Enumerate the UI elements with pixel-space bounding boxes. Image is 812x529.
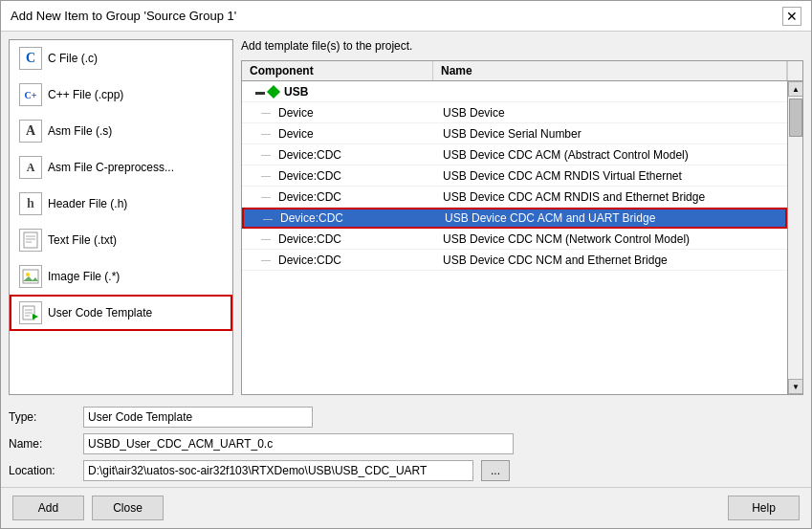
asm-preprocess-label: Asm File C-preprocess... — [48, 161, 174, 174]
name-label: Name: — [9, 437, 76, 451]
close-icon-button[interactable]: ✕ — [782, 7, 801, 26]
scroll-up-button[interactable]: ▲ — [788, 81, 802, 97]
sidebar-item-cpp-file[interactable]: C+ C++ File (.cpp) — [10, 77, 232, 113]
component-cell: Device:CDC — [276, 209, 439, 227]
browse-button[interactable]: ... — [481, 460, 510, 481]
svg-rect-0 — [24, 232, 37, 248]
user-code-template-icon — [19, 301, 42, 324]
text-file-label: Text File (.txt) — [48, 233, 117, 247]
scrollbar-header-spacer — [787, 61, 802, 80]
image-file-icon — [19, 265, 42, 288]
scroll-down-button[interactable]: ▼ — [788, 379, 802, 394]
dash-icon: — — [261, 149, 271, 160]
name-cell: USB Device CDC NCM and Ethernet Bridge — [437, 252, 787, 269]
component-cell: Device:CDC — [274, 188, 437, 206]
table-row-selected[interactable]: — Device:CDC USB Device CDC ACM and UART… — [242, 208, 787, 229]
sidebar-item-header-file[interactable]: h Header File (.h) — [10, 186, 232, 222]
add-new-item-dialog: Add New Item to Group 'Source Group 1' ✕… — [0, 0, 812, 529]
asm-preprocess-icon: A — [19, 156, 42, 179]
name-cell: USB Device CDC ACM RNDIS Virtual Etherne… — [437, 167, 787, 185]
sidebar-item-asm-preprocess[interactable]: A Asm File C-preprocess... — [10, 149, 232, 186]
sidebar-item-user-code-template[interactable]: User Code Template — [10, 295, 232, 331]
type-label: Type: — [9, 410, 76, 424]
type-input[interactable] — [83, 407, 313, 428]
usb-diamond-icon — [267, 84, 280, 98]
component-cell: Device:CDC — [274, 146, 437, 164]
content-area: C C File (.c) C+ C++ File (.cpp) A Asm F… — [1, 32, 811, 403]
svg-marker-11 — [33, 314, 38, 320]
dash-icon: — — [261, 191, 271, 202]
table-row[interactable]: — Device USB Device Serial Number — [242, 123, 787, 144]
name-input[interactable] — [83, 433, 514, 454]
table-body-container: ▬ USB — Device USB Device — [242, 81, 802, 394]
dialog-title: Add New Item to Group 'Source Group 1' — [11, 9, 236, 23]
table-body: ▬ USB — Device USB Device — [242, 81, 787, 394]
component-cell: Device:CDC — [274, 252, 437, 269]
dash-icon: — — [263, 213, 273, 224]
right-panel: Add template file(s) to the project. Com… — [241, 39, 803, 395]
title-bar: Add New Item to Group 'Source Group 1' ✕ — [1, 1, 811, 32]
table-row[interactable]: — Device:CDC USB Device CDC NCM and Ethe… — [242, 250, 787, 271]
name-cell: USB Device CDC ACM RNDIS and Ethernet Br… — [437, 188, 787, 206]
dash-icon: — — [261, 254, 271, 265]
cpp-file-label: C++ File (.cpp) — [48, 88, 123, 101]
name-cell: USB Device — [437, 104, 787, 121]
name-cell: USB Device CDC ACM and UART Bridge — [439, 209, 785, 227]
usb-toggle-icon[interactable]: ▬ — [255, 86, 265, 97]
header-file-icon: h — [19, 192, 42, 215]
footer-close-button[interactable]: Close — [92, 496, 164, 520]
component-cell: Device:CDC — [274, 231, 437, 248]
dash-icon: — — [261, 128, 271, 139]
table-row[interactable]: — Device USB Device — [242, 102, 787, 123]
user-code-template-label: User Code Template — [48, 306, 152, 320]
footer-left-buttons: Add Close — [12, 496, 164, 520]
asm-file-icon: A — [19, 120, 42, 143]
table-row[interactable]: — Device:CDC USB Device CDC ACM (Abstrac… — [242, 144, 787, 165]
component-cell: Device — [274, 125, 437, 143]
name-cell: USB Device Serial Number — [437, 125, 787, 143]
name-field-row: Name: — [9, 433, 803, 454]
component-header: Component — [242, 61, 433, 80]
location-input[interactable] — [83, 460, 473, 481]
sidebar-item-text-file[interactable]: Text File (.txt) — [10, 222, 232, 258]
usb-parent-row[interactable]: ▬ USB — [242, 81, 787, 102]
component-table: Component Name ▬ USB — [241, 60, 803, 395]
add-button[interactable]: Add — [12, 496, 84, 520]
location-label: Location: — [9, 464, 76, 477]
instruction-text: Add template file(s) to the project. — [241, 39, 803, 53]
location-field-row: Location: ... — [9, 460, 803, 481]
footer-right-buttons: Help — [728, 496, 800, 520]
dash-icon: — — [261, 107, 271, 118]
name-header: Name — [433, 61, 787, 80]
help-button[interactable]: Help — [728, 496, 800, 520]
scrollbar-thumb[interactable] — [789, 99, 802, 137]
sidebar-item-c-file[interactable]: C C File (.c) — [10, 40, 232, 77]
component-cell: Device:CDC — [274, 167, 437, 185]
dash-icon: — — [261, 170, 271, 181]
c-file-label: C File (.c) — [48, 52, 98, 65]
sidebar-item-image-file[interactable]: Image File (.*) — [10, 258, 232, 295]
scrollbar[interactable]: ▲ ▼ — [787, 81, 802, 394]
type-field-row: Type: — [9, 407, 803, 428]
cpp-file-icon: C+ — [19, 83, 42, 106]
left-panel: C C File (.c) C+ C++ File (.cpp) A Asm F… — [9, 39, 233, 395]
image-file-label: Image File (.*) — [48, 270, 120, 283]
table-row[interactable]: — Device:CDC USB Device CDC NCM (Network… — [242, 229, 787, 250]
name-cell: USB Device CDC NCM (Network Control Mode… — [437, 231, 787, 248]
table-row[interactable]: — Device:CDC USB Device CDC ACM RNDIS Vi… — [242, 165, 787, 187]
dash-icon: — — [261, 233, 271, 244]
header-file-label: Header File (.h) — [48, 197, 127, 210]
name-cell: USB Device CDC ACM (Abstract Control Mod… — [437, 146, 787, 164]
dialog-footer: Add Close Help — [1, 487, 811, 528]
table-header: Component Name — [242, 61, 802, 81]
component-cell: Device — [274, 104, 437, 121]
sidebar-item-asm-file[interactable]: A Asm File (.s) — [10, 113, 232, 149]
table-row[interactable]: — Device:CDC USB Device CDC ACM RNDIS an… — [242, 187, 787, 208]
c-file-icon: C — [19, 47, 42, 70]
usb-label: USB — [284, 85, 308, 99]
fields-area: Type: Name: Location: ... — [1, 403, 811, 487]
asm-file-label: Asm File (.s) — [48, 124, 112, 138]
svg-point-5 — [26, 273, 30, 276]
text-file-icon — [19, 229, 42, 252]
